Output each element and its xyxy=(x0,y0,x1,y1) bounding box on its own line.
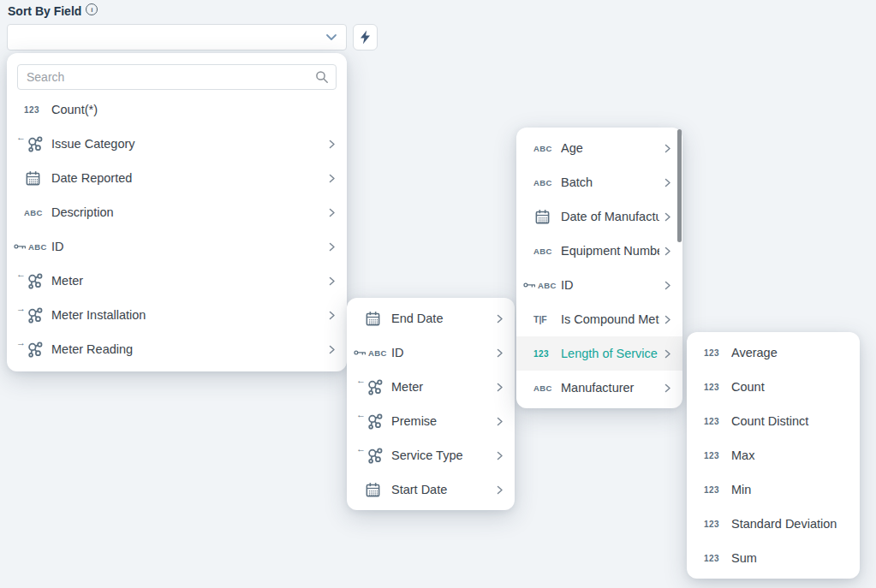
menu-item[interactable]: ABCID xyxy=(7,229,347,264)
chevron-right-icon xyxy=(663,315,672,324)
menu-item-label: Min xyxy=(731,483,849,496)
menu-item[interactable]: Date of Manufacture xyxy=(516,199,682,234)
menu-item[interactable]: 123Sum xyxy=(687,541,860,575)
search-input[interactable] xyxy=(17,64,337,90)
menu-item-label: Batch xyxy=(561,175,659,189)
menu-item[interactable]: 123Max xyxy=(687,438,860,472)
relation-icon: ← xyxy=(16,135,44,153)
menu-item[interactable]: End Date xyxy=(347,301,515,336)
menu-item[interactable]: ←Issue Category xyxy=(7,127,347,161)
length-of-service-aggregations-menu: 123Average123Count123Count Distinct123Ma… xyxy=(687,332,860,579)
menu-item-label: Date Reported xyxy=(51,171,324,185)
menu-item[interactable]: ←Premise xyxy=(347,404,515,438)
quick-sort-button[interactable] xyxy=(353,24,378,50)
menu-item[interactable]: →Meter Installation xyxy=(7,298,347,332)
number-icon: 123 xyxy=(533,349,549,359)
menu-item[interactable]: ABCAge xyxy=(516,131,682,165)
menu-item[interactable]: ←Service Type xyxy=(347,438,515,472)
menu-item[interactable]: 123Min xyxy=(687,472,860,507)
menu-item-label: Meter xyxy=(51,274,324,288)
scrollbar-thumb[interactable] xyxy=(677,129,682,242)
lightning-icon xyxy=(360,30,371,45)
chevron-right-icon xyxy=(495,485,504,495)
menu-item-label: ID xyxy=(391,346,492,359)
menu-item-label: Meter Reading xyxy=(51,342,324,356)
menu-item[interactable]: 123Average xyxy=(687,336,860,370)
menu-item[interactable]: 123Length of Service xyxy=(516,336,682,371)
menu-item[interactable]: ←Meter xyxy=(7,264,347,298)
menu-item-label: Date of Manufacture xyxy=(561,210,659,223)
menu-item-label: Is Compound Meter xyxy=(561,312,659,326)
menu-item-label: Meter xyxy=(391,380,492,394)
menu-item[interactable]: ABCBatch xyxy=(516,165,682,199)
menu-item[interactable]: ABCEquipment Number xyxy=(516,234,682,268)
menu-item-label: Average xyxy=(731,346,849,359)
chevron-right-icon xyxy=(663,178,672,187)
menu-item-label: Count(*) xyxy=(51,103,337,116)
menu-item-label: Meter Installation xyxy=(51,308,324,322)
menu-item[interactable]: ←Meter xyxy=(347,370,515,404)
menu-item-label: Length of Service xyxy=(561,347,659,360)
menu-item[interactable]: ABCID xyxy=(347,336,515,370)
chevron-right-icon xyxy=(327,345,337,354)
menu-item-label: Premise xyxy=(391,414,492,428)
chevron-right-icon xyxy=(327,311,337,320)
menu-item-label: Equipment Number xyxy=(561,244,659,258)
menu-item[interactable]: Start Date xyxy=(347,472,515,507)
chevron-right-icon xyxy=(663,349,672,359)
menu-item-label: Standard Deviation xyxy=(731,517,849,531)
menu-item[interactable]: 123Count(*) xyxy=(7,92,347,127)
text-icon: ABC xyxy=(368,348,387,358)
relation-left-arrow-icon: ← xyxy=(356,410,366,419)
relation-left-arrow-icon: ← xyxy=(356,376,366,385)
relation-left-arrow-icon: ← xyxy=(16,133,26,142)
date-icon xyxy=(365,311,381,327)
menu-item-label: Description xyxy=(51,205,324,219)
menu-item-label: Sum xyxy=(731,551,849,565)
relation-left-arrow-icon: ← xyxy=(356,444,366,454)
chevron-right-icon xyxy=(495,417,504,426)
chevron-right-icon xyxy=(327,276,337,286)
menu-item-label: Manufacturer xyxy=(561,381,659,395)
key-text-icon: ABC xyxy=(14,242,47,252)
menu-item-label: ID xyxy=(51,240,324,253)
number-icon: 123 xyxy=(704,451,719,460)
sort-by-field-select[interactable] xyxy=(7,24,347,50)
menu-item[interactable]: ABCManufacturer xyxy=(516,371,682,405)
chevron-right-icon xyxy=(327,242,337,252)
chevron-right-icon xyxy=(663,144,672,153)
number-icon: 123 xyxy=(704,485,719,495)
sort-field-menu: 123Count(*)←Issue CategoryDate ReportedA… xyxy=(7,53,347,371)
date-icon xyxy=(534,209,551,225)
date-icon xyxy=(25,170,41,187)
chevron-right-icon xyxy=(663,281,672,290)
number-icon: 123 xyxy=(704,417,719,426)
chevron-right-icon xyxy=(327,174,337,183)
chevron-right-icon xyxy=(495,451,504,460)
menu-item[interactable]: ABCDescription xyxy=(7,195,347,229)
relation-icon: ← xyxy=(356,447,384,465)
menu-item[interactable]: 123Count xyxy=(687,370,860,404)
key-text-icon: ABC xyxy=(523,281,557,290)
number-icon: 123 xyxy=(704,348,719,358)
menu-item-label: Count xyxy=(731,380,849,394)
text-icon: ABC xyxy=(24,208,43,217)
key-icon xyxy=(523,281,536,290)
menu-item[interactable]: ABCID xyxy=(516,268,682,302)
chevron-right-icon xyxy=(495,383,504,392)
menu-item-label: Age xyxy=(561,141,659,155)
menu-item[interactable]: T|FIs Compound Meter xyxy=(516,302,682,336)
number-icon: 123 xyxy=(704,520,719,529)
meter-fields-menu: ABCAgeABCBatchDate of ManufactureABCEqui… xyxy=(516,128,682,408)
menu-item[interactable]: Date Reported xyxy=(7,161,347,195)
date-icon xyxy=(365,482,381,498)
menu-item[interactable]: →Meter Reading xyxy=(7,332,347,366)
info-icon[interactable]: i xyxy=(86,3,98,15)
relation-right-arrow-icon: → xyxy=(16,338,26,347)
number-icon: 123 xyxy=(704,383,719,392)
key-icon xyxy=(354,348,366,358)
text-icon: ABC xyxy=(28,242,47,252)
menu-item[interactable]: 123Standard Deviation xyxy=(687,507,860,541)
relation-left-arrow-icon: ← xyxy=(16,270,26,279)
menu-item[interactable]: 123Count Distinct xyxy=(687,404,860,438)
